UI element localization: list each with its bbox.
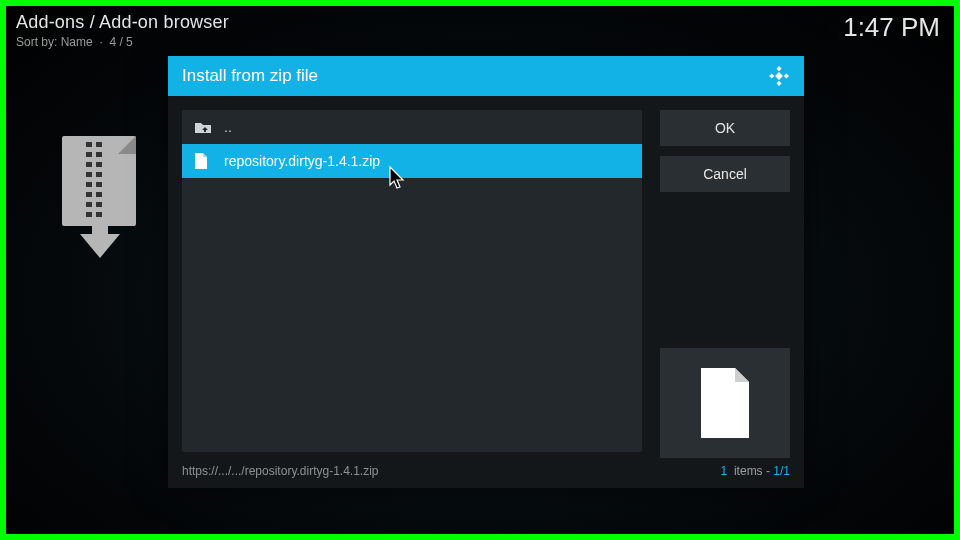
sort-label: Sort by: Name <box>16 35 93 49</box>
dialog-title: Install from zip file <box>182 66 318 86</box>
footer-counts: 1 items - 1/1 <box>721 464 790 478</box>
position-count: 4 / 5 <box>109 35 132 49</box>
document-icon <box>697 368 753 438</box>
dialog-titlebar: Install from zip file <box>168 56 804 96</box>
file-row[interactable]: repository.dirtyg-1.4.1.zip <box>182 144 642 178</box>
file-icon <box>194 153 212 169</box>
footer-page: 1/1 <box>773 464 790 478</box>
file-list[interactable]: .. repository.dirtyg-1.4.1.zip <box>182 110 642 452</box>
file-column: .. repository.dirtyg-1.4.1.zip <box>182 110 642 458</box>
folder-up-icon <box>194 120 212 134</box>
dialog-footer: https://.../.../repository.dirtyg-1.4.1.… <box>168 458 804 488</box>
zip-icon <box>62 136 162 276</box>
install-zip-dialog: Install from zip file .. <box>168 56 804 488</box>
footer-items-word: items <box>734 464 763 478</box>
svg-rect-4 <box>775 72 783 80</box>
ok-button[interactable]: OK <box>660 110 790 146</box>
file-thumbnail <box>660 348 790 458</box>
footer-path: https://.../.../repository.dirtyg-1.4.1.… <box>182 464 379 478</box>
app-screen: Add-ons / Add-on browser Sort by: Name ·… <box>6 6 954 534</box>
sort-line: Sort by: Name · 4 / 5 <box>16 35 229 49</box>
clock: 1:47 PM <box>843 12 940 43</box>
kodi-logo-icon <box>768 65 790 87</box>
topbar: Add-ons / Add-on browser Sort by: Name ·… <box>16 12 229 49</box>
dialog-body: .. repository.dirtyg-1.4.1.zip OK Cancel <box>168 96 804 458</box>
dialog-side: OK Cancel <box>660 110 790 458</box>
svg-rect-2 <box>769 73 774 78</box>
cancel-button[interactable]: Cancel <box>660 156 790 192</box>
svg-rect-3 <box>784 73 789 78</box>
parent-folder-row[interactable]: .. <box>182 110 642 144</box>
svg-rect-1 <box>776 81 781 86</box>
parent-folder-label: .. <box>224 119 232 135</box>
breadcrumb: Add-ons / Add-on browser <box>16 12 229 33</box>
separator-dot: · <box>96 35 109 49</box>
file-row-label: repository.dirtyg-1.4.1.zip <box>224 153 380 169</box>
svg-rect-0 <box>776 66 781 71</box>
footer-count: 1 <box>721 464 728 478</box>
